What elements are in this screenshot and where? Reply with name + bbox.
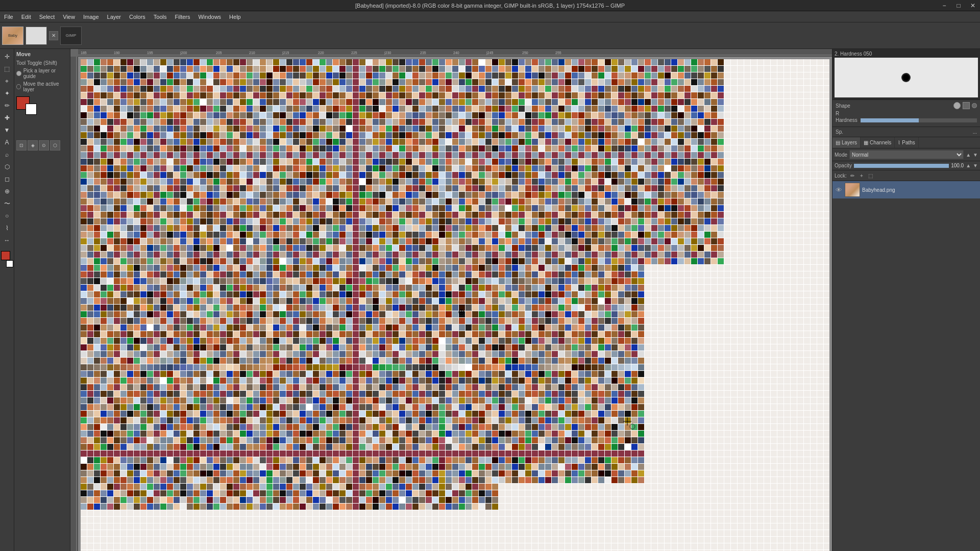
svg-text:|215: |215 <box>282 51 289 55</box>
tab-channels[interactable]: ▦ Channels <box>861 137 895 148</box>
canvas-image <box>81 59 829 551</box>
layer-name: Babyhead.png <box>862 187 978 193</box>
move-active-option[interactable]: Move the active layer <box>16 81 68 92</box>
svg-text:|230: |230 <box>384 51 391 55</box>
menu-select[interactable]: Select <box>35 13 59 21</box>
lock-alpha-btn[interactable]: ⬚ <box>867 172 874 179</box>
diamond-shape-btn[interactable] <box>971 102 978 109</box>
dodge-tool[interactable]: ○ <box>2 210 13 221</box>
tab-paths[interactable]: ⌇ Paths <box>895 137 919 148</box>
free-select-tool[interactable]: ⌖ <box>2 76 13 87</box>
tool-extra-4[interactable]: ⬡ <box>50 140 60 151</box>
opacity-label: Opacity <box>835 163 852 168</box>
opacity-bar[interactable] <box>854 164 949 168</box>
move-active-radio[interactable] <box>16 84 21 89</box>
tool-extra-3[interactable]: ⊙ <box>39 140 49 151</box>
tab-layers[interactable]: ▤ Layers <box>832 137 861 148</box>
titlebar: [Babyhead] (imported)-8.0 (RGB color 8-b… <box>0 0 980 11</box>
fuzzy-select-tool[interactable]: ✦ <box>2 88 13 99</box>
lock-position-btn[interactable]: + <box>858 172 865 179</box>
clone-tool[interactable]: ⊕ <box>2 186 13 197</box>
menu-image[interactable]: Image <box>79 13 103 21</box>
canvas-viewport[interactable]: ⊕ <box>78 57 832 551</box>
background-swatch[interactable] <box>26 104 37 115</box>
pick-layer-radio[interactable] <box>16 71 21 76</box>
hardness-bar[interactable] <box>861 118 977 122</box>
thumbnail-gimp[interactable]: GIMP <box>60 27 82 45</box>
titlebar-title: [Babyhead] (imported)-8.0 (RGB color 8-b… <box>355 3 625 9</box>
color-picker[interactable]: ⬡ <box>2 161 13 172</box>
eraser-tool[interactable]: ◻ <box>2 173 13 185</box>
svg-text:255: 255 <box>555 51 561 55</box>
opacity-up-arrow[interactable]: ▲ <box>966 163 971 168</box>
titlebar-controls: − □ ✕ <box>937 0 980 11</box>
tool-extra-2[interactable]: ◈ <box>28 140 38 151</box>
layer-visibility-eye[interactable]: 👁 <box>835 186 843 194</box>
svg-text:225: 225 <box>351 51 357 55</box>
measure-tool[interactable]: ↔ <box>2 235 13 246</box>
smudge-tool[interactable]: 〜 <box>2 198 13 209</box>
menu-file[interactable]: File <box>0 13 17 21</box>
bg-color[interactable] <box>6 260 13 267</box>
menu-layer[interactable]: Layer <box>103 13 126 21</box>
layers-tab-label: Layers <box>842 140 857 145</box>
mode-row: Mode Normal Multiply Screen Overlay ▲ ▼ <box>832 148 980 161</box>
brush-preview-canvas <box>835 58 978 97</box>
lock-pixels-btn[interactable]: ✏ <box>849 172 856 179</box>
r-label: R <box>836 111 977 116</box>
menu-edit[interactable]: Edit <box>17 13 35 21</box>
heal-tool[interactable]: ✚ <box>2 112 13 123</box>
text-tool[interactable]: A <box>2 137 13 148</box>
menu-windows[interactable]: Windows <box>194 13 225 21</box>
paint-tool[interactable]: ✏ <box>2 100 13 111</box>
menu-filters[interactable]: Filters <box>171 13 194 21</box>
shape-row: Shape <box>836 102 977 109</box>
menu-colors[interactable]: Colors <box>125 13 150 21</box>
minimize-button[interactable]: − <box>937 0 951 11</box>
mode-select[interactable]: Normal Multiply Screen Overlay <box>849 150 964 159</box>
svg-text:190: 190 <box>114 51 120 55</box>
tool-options-title: Move <box>16 51 68 57</box>
pick-layer-option[interactable]: Pick a layer or guide <box>16 68 68 79</box>
mode-up-arrow[interactable]: ▲ <box>966 152 971 158</box>
layers-icon: ▤ <box>836 140 840 145</box>
layers-tabs: ▤ Layers ▦ Channels ⌇ Paths <box>832 137 980 148</box>
shape-label: Shape <box>836 103 850 109</box>
brush-dot <box>901 73 911 82</box>
menu-help[interactable]: Help <box>225 13 245 21</box>
path-tool[interactable]: ⌇ <box>2 222 13 234</box>
paths-icon: ⌇ <box>898 140 900 145</box>
layer-thumbnail <box>845 183 860 197</box>
circle-shape-btn[interactable] <box>953 102 961 109</box>
svg-text:185: 185 <box>81 51 87 55</box>
hruler-svg: 185 190 195 |200 205 210 |215 220 225 |2… <box>78 49 832 57</box>
vruler-svg <box>70 57 78 551</box>
move-tool[interactable]: ✛ <box>2 51 13 62</box>
fill-tool[interactable]: ▼ <box>2 124 13 136</box>
maximize-button[interactable]: □ <box>951 0 966 11</box>
fg-color[interactable] <box>1 251 10 260</box>
channels-icon: ▦ <box>864 140 868 145</box>
menu-view[interactable]: View <box>59 13 79 21</box>
horizontal-ruler: 185 190 195 |200 205 210 |215 220 225 |2… <box>78 49 832 57</box>
opacity-down-arrow[interactable]: ▼ <box>973 163 978 168</box>
thumbnail-close-btn[interactable]: ✕ <box>49 31 58 40</box>
square-shape-btn[interactable] <box>963 102 970 109</box>
menu-tools[interactable]: Tools <box>150 13 171 21</box>
tool-toggle-label: Tool Toggle (Shift) <box>16 60 68 66</box>
close-button[interactable]: ✕ <box>966 0 980 11</box>
zoom-tool[interactable]: ⌕ <box>2 149 13 160</box>
rect-select-tool[interactable]: ⬚ <box>2 63 13 74</box>
svg-text:|200: |200 <box>180 51 187 55</box>
extra-tools: ⊡ ◈ ⊙ ⬡ <box>16 140 68 151</box>
mode-label: Mode <box>835 152 847 158</box>
layer-list: 👁 Babyhead.png <box>832 181 980 551</box>
mode-down-arrow[interactable]: ▼ <box>973 152 978 158</box>
layer-item-babyhead[interactable]: 👁 Babyhead.png <box>832 181 980 198</box>
thumbnail-babyhead[interactable]: Baby <box>2 27 23 45</box>
right-panel: 2. Hardness 050 Shape R Hardness <box>832 49 980 551</box>
sp-label: Sp. <box>836 129 843 135</box>
thumbnail-blank[interactable] <box>26 27 47 45</box>
sp-section: Sp. ... <box>832 127 980 137</box>
tool-extra-1[interactable]: ⊡ <box>16 140 27 151</box>
